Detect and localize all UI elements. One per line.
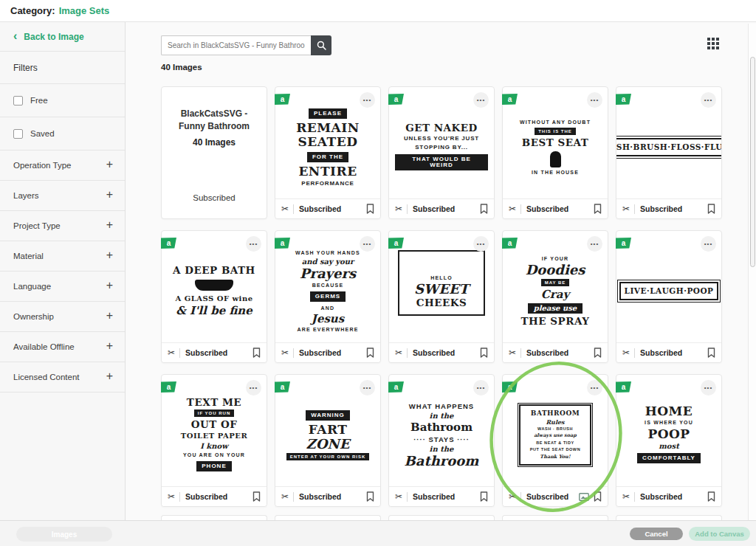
images-button[interactable]: Images <box>16 527 112 542</box>
card-menu-button[interactable]: ••• <box>246 380 261 395</box>
section-available-offline[interactable]: Available Offline + <box>0 332 125 362</box>
filter-saved[interactable]: Saved <box>0 117 125 151</box>
bookmark-icon[interactable] <box>594 204 602 214</box>
card-menu-button[interactable]: ••• <box>246 236 261 252</box>
card-menu-button[interactable]: ••• <box>473 380 489 395</box>
image-card[interactable]: a ••• WARNINGFARTZONEENTER AT YOUR OWN R… <box>275 374 381 507</box>
bookmark-icon[interactable] <box>366 204 374 214</box>
card-menu-button[interactable]: ••• <box>701 92 716 108</box>
filter-free[interactable]: Free <box>0 84 125 117</box>
card-menu-button[interactable]: ••• <box>587 380 602 395</box>
image-card[interactable]: a ••• WHAT HAPPENSin theBathroom···· STA… <box>388 374 495 507</box>
scissors-icon: ✂ <box>622 348 630 358</box>
image-card[interactable]: a ••• WASH YOUR HANDSand say yourPrayers… <box>275 230 381 363</box>
plus-icon[interactable]: + <box>106 370 113 383</box>
plus-icon[interactable]: + <box>106 158 113 171</box>
print-then-cut-icon[interactable] <box>579 493 589 501</box>
bookmark-icon[interactable] <box>366 348 374 358</box>
bookmark-icon[interactable] <box>366 491 374 502</box>
card-menu-button[interactable]: ••• <box>701 236 716 252</box>
search-button[interactable] <box>311 35 331 55</box>
card-menu-button[interactable]: ••• <box>360 236 375 252</box>
plus-icon[interactable]: + <box>106 279 113 292</box>
image-set-info-card[interactable]: BlackCatsSVG - Funny Bathroom 40 Images … <box>161 86 267 219</box>
card-menu-button[interactable]: ••• <box>701 380 716 395</box>
card-menu-button[interactable]: ••• <box>473 92 489 108</box>
grid-view-icon[interactable] <box>707 38 721 51</box>
cricut-access-badge: a <box>275 94 290 105</box>
search-input[interactable] <box>161 35 311 55</box>
bookmark-icon[interactable] <box>707 204 715 214</box>
bookmark-icon[interactable] <box>707 348 715 358</box>
back-to-image-link[interactable]: ‹ Back to Image <box>0 22 125 52</box>
image-card[interactable]: a ••• HOMEIS WHERE YOUPOOPmostCOMFORTABL… <box>616 374 722 507</box>
subscribed-label: Subscribed <box>299 204 341 213</box>
cricut-access-badge: a <box>388 94 404 105</box>
plus-icon[interactable]: + <box>106 309 113 322</box>
section-layers[interactable]: Layers + <box>0 181 125 211</box>
scissors-icon: ✂ <box>622 204 630 214</box>
card-footer: ✂ Subscribed <box>389 486 494 506</box>
footer-divider <box>407 204 408 214</box>
add-to-canvas-button[interactable]: Add to Canvas <box>689 527 750 541</box>
cancel-button[interactable]: Cancel <box>630 528 683 540</box>
section-label: Licensed Content <box>13 373 80 381</box>
card-menu-button[interactable]: ••• <box>360 92 375 108</box>
bookmark-icon[interactable] <box>252 491 261 502</box>
card-footer: ✂ Subscribed <box>616 198 721 218</box>
card-menu-button[interactable]: ••• <box>587 92 602 108</box>
bookmark-icon[interactable] <box>594 348 602 358</box>
card-footer: ✂ Subscribed <box>275 486 380 506</box>
plus-icon[interactable]: + <box>106 218 113 232</box>
partial-card <box>161 515 267 520</box>
image-grid: BlackCatsSVG - Funny Bathroom 40 Images … <box>161 86 725 507</box>
cricut-access-badge: a <box>616 381 631 393</box>
image-card[interactable]: a ••• LIVE·LAUGH·POOP ✂ Subscribed <box>616 230 722 363</box>
footer-divider <box>179 348 180 358</box>
section-ownership[interactable]: Ownership + <box>0 302 125 332</box>
plus-icon[interactable]: + <box>106 339 113 353</box>
cricut-access-badge: a <box>388 381 404 393</box>
plus-icon[interactable]: + <box>106 249 113 262</box>
image-card[interactable]: a ••• PLEASEREMAINSEATEDFOR THEENTIREPER… <box>275 86 381 219</box>
free-checkbox[interactable] <box>13 96 23 106</box>
card-menu-button[interactable]: ••• <box>473 236 489 252</box>
image-card[interactable]: a ••• HELLOSWEETCHEEKS ✂ Subscribed <box>388 230 495 363</box>
section-licensed-content[interactable]: Licensed Content + <box>0 362 125 393</box>
bookmark-icon[interactable] <box>480 204 488 214</box>
plus-icon[interactable]: + <box>106 188 113 201</box>
card-menu-button[interactable]: ••• <box>360 380 375 395</box>
bookmark-icon[interactable] <box>707 491 715 502</box>
section-operation-type[interactable]: Operation Type + <box>0 151 125 181</box>
subscribed-label: Subscribed <box>526 348 568 357</box>
image-card[interactable]: a ••• IF YOURDoodiesMAY BECrayplease use… <box>502 230 608 363</box>
bookmark-icon[interactable] <box>594 491 602 502</box>
saved-checkbox[interactable] <box>13 129 23 139</box>
bookmark-icon[interactable] <box>252 348 261 358</box>
footer-divider <box>634 492 635 502</box>
scrollbar-thumb[interactable] <box>750 57 755 267</box>
bookmark-icon[interactable] <box>480 348 488 358</box>
section-label: Language <box>13 282 51 291</box>
subscribed-label: Subscribed <box>413 348 455 357</box>
image-card[interactable]: a ••• A DEEP BATHA GLASS OF wine& I'll b… <box>161 230 267 363</box>
card-footer: ✂ Subscribed <box>162 486 267 506</box>
card-footer: ✂ Subscribed <box>503 342 608 362</box>
card-footer: ✂ Subscribed <box>389 342 494 362</box>
section-material[interactable]: Material + <box>0 241 125 272</box>
card-menu-button[interactable]: ••• <box>587 236 602 252</box>
bookmark-icon[interactable] <box>480 491 488 502</box>
image-card[interactable]: a ••• WITHOUT ANY DOUBTTHIS IS THEBEST S… <box>502 86 608 219</box>
image-card[interactable]: a ••• WASH·BRUSH·FLOSS·FLUSH ✂ Subscribe… <box>616 86 722 219</box>
partial-card <box>616 515 722 520</box>
image-card[interactable]: a ••• GET NAKEDUNLESS YOU'RE JUSTSTOPPIN… <box>388 86 495 219</box>
subscribed-label: Subscribed <box>640 348 682 357</box>
section-project-type[interactable]: Project Type + <box>0 211 125 241</box>
footer-divider <box>634 348 635 358</box>
partial-card <box>502 515 608 520</box>
card-footer: ✂ Subscribed <box>389 198 494 218</box>
scrollbar-track[interactable] <box>748 24 756 546</box>
section-language[interactable]: Language + <box>0 272 125 302</box>
image-card[interactable]: a ••• BATHROOMRulesWASH · BRUSHalways us… <box>502 374 608 507</box>
image-card[interactable]: a ••• TEXT MEIF YOU RUNOUT OFTOILET PAPE… <box>161 374 267 507</box>
